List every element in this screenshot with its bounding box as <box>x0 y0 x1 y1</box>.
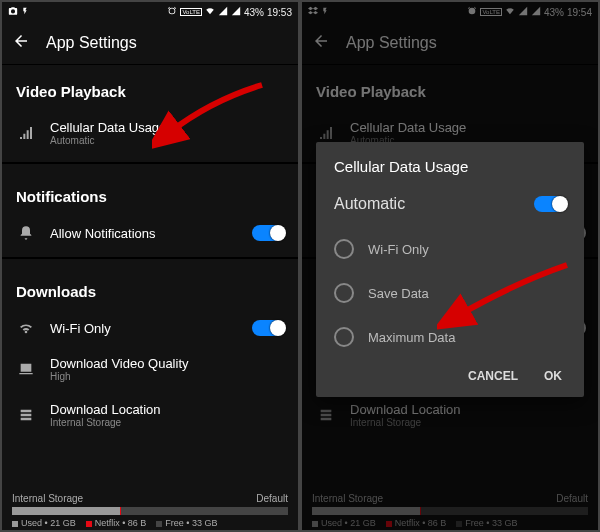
ok-button[interactable]: OK <box>544 369 562 383</box>
screenshot-left: VoLTE 43% 19:53 App Settings Video Playb… <box>2 2 298 530</box>
row-download-location[interactable]: Download Location Internal Storage <box>2 392 298 438</box>
screenshot-right: VoLTE 43% 19:54 App Settings Video Playb… <box>302 2 598 530</box>
dialog-title: Cellular Data Usage <box>334 158 566 175</box>
option-wifi-only[interactable]: Wi-Fi Only <box>334 227 566 271</box>
storage-default: Default <box>256 493 288 504</box>
storage-icon <box>16 407 36 423</box>
radio-icon <box>334 283 354 303</box>
cellular-data-label: Cellular Data Usage <box>50 120 284 135</box>
bell-icon <box>16 225 36 241</box>
notifications-toggle[interactable] <box>252 225 284 241</box>
status-bar: VoLTE 43% 19:53 <box>2 2 298 22</box>
wifi-only-toggle[interactable] <box>252 320 284 336</box>
battery-text: 43% <box>244 7 264 18</box>
option-maximum-data[interactable]: Maximum Data <box>334 315 566 359</box>
wifi-icon <box>205 6 215 18</box>
app-header: App Settings <box>2 22 298 65</box>
row-wifi-only[interactable]: Wi-Fi Only <box>2 310 298 346</box>
signal-bars-icon <box>16 125 36 141</box>
dialog-automatic-label: Automatic <box>334 195 405 213</box>
option-save-data-label: Save Data <box>368 286 429 301</box>
signal-icon-2 <box>231 6 241 18</box>
download-location-label: Download Location <box>50 402 284 417</box>
signal-icon <box>218 6 228 18</box>
option-wifi-only-label: Wi-Fi Only <box>368 242 429 257</box>
section-downloads: Downloads <box>2 265 298 310</box>
volte-badge: VoLTE <box>180 8 202 16</box>
option-maximum-data-label: Maximum Data <box>368 330 455 345</box>
cancel-button[interactable]: CANCEL <box>468 369 518 383</box>
alarm-icon <box>167 6 177 18</box>
allow-notifications-label: Allow Notifications <box>50 226 238 241</box>
automatic-toggle[interactable] <box>534 196 566 212</box>
bolt-icon <box>21 6 29 18</box>
download-location-sub: Internal Storage <box>50 417 284 428</box>
wifi-icon <box>16 320 36 336</box>
storage-footer: Internal Storage Default Used • 21 GB Ne… <box>2 487 298 530</box>
clock-text: 19:53 <box>267 7 292 18</box>
row-download-quality[interactable]: Download Video Quality High <box>2 346 298 392</box>
download-quality-label: Download Video Quality <box>50 356 284 371</box>
quality-icon <box>16 361 36 377</box>
dialog-automatic-row[interactable]: Automatic <box>334 189 566 227</box>
legend-used: Used • 21 GB <box>12 518 76 528</box>
storage-label: Internal Storage <box>12 493 83 504</box>
back-icon[interactable] <box>12 32 30 54</box>
section-notifications: Notifications <box>2 170 298 215</box>
radio-icon <box>334 239 354 259</box>
legend-netflix: Netflix • 86 B <box>86 518 147 528</box>
page-title: App Settings <box>46 34 137 52</box>
option-save-data[interactable]: Save Data <box>334 271 566 315</box>
radio-icon <box>334 327 354 347</box>
cellular-data-dialog: Cellular Data Usage Automatic Wi-Fi Only… <box>316 142 584 397</box>
wifi-only-label: Wi-Fi Only <box>50 321 238 336</box>
legend-free: Free • 33 GB <box>156 518 217 528</box>
row-cellular-data[interactable]: Cellular Data Usage Automatic <box>2 110 298 156</box>
row-allow-notifications[interactable]: Allow Notifications <box>2 215 298 251</box>
camera-icon <box>8 6 18 18</box>
storage-bar <box>12 507 288 515</box>
download-quality-sub: High <box>50 371 284 382</box>
section-video: Video Playback <box>2 65 298 110</box>
cellular-data-sub: Automatic <box>50 135 284 146</box>
